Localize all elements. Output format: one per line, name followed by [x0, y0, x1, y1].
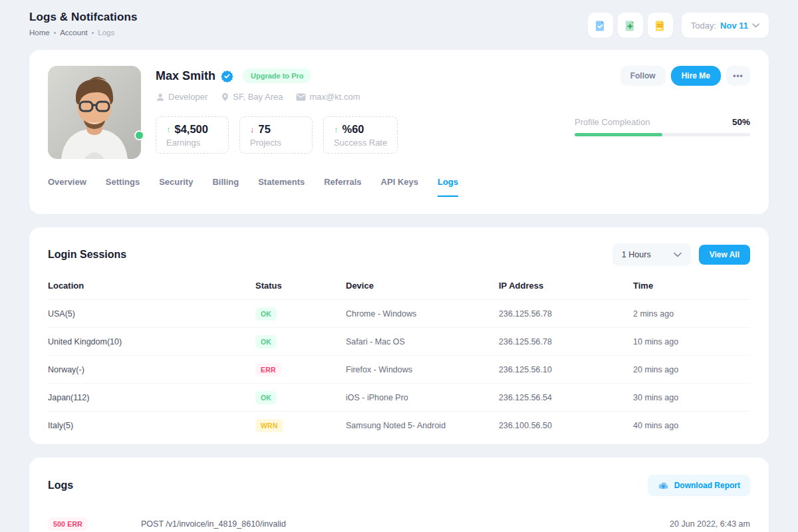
profile-meta: Developer SF, Bay Area max@kt.com — [156, 92, 398, 102]
cloud-download-icon — [658, 481, 669, 490]
logs-title: Logs — [48, 479, 73, 491]
profile-card: Max Smith Upgrade to Pro Developer SF, B… — [29, 50, 769, 214]
profile-tabs: Overview Settings Security Billing State… — [48, 177, 750, 197]
session-time: 40 mins ago — [633, 421, 750, 430]
tab-referrals[interactable]: Referrals — [324, 177, 361, 197]
date-selector[interactable]: Today: Nov 11 — [682, 13, 769, 38]
tab-billing[interactable]: Billing — [212, 177, 239, 197]
file-add-icon — [624, 19, 636, 32]
session-ip: 236.125.56.10 — [499, 365, 633, 374]
stat-box: ↓75 Projects — [239, 116, 313, 154]
col-status: Status — [255, 281, 346, 291]
sessions-table-header: Location Status Device IP Address Time — [48, 281, 750, 300]
completion-label: Profile Compleation — [575, 117, 650, 127]
profile-name: Max Smith — [156, 69, 215, 83]
stat-label: Success Rate — [334, 138, 387, 148]
session-location: USA(5) — [48, 309, 255, 319]
view-all-button[interactable]: View All — [699, 245, 750, 265]
session-row: Norway(-) ERR Firefox - Windows 236.125.… — [48, 356, 750, 384]
session-status: ERR — [255, 363, 346, 376]
session-device: Firefox - Windows — [346, 365, 499, 374]
session-time: 10 mins ago — [633, 337, 750, 346]
location-pin-icon — [221, 92, 229, 102]
session-row: Italy(5) WRN Samsung Noted 5- Android 23… — [48, 412, 750, 440]
topbar-left: Logs & Notifcations Home• Account• Logs — [29, 11, 137, 37]
session-status: OK — [255, 307, 346, 321]
hours-filter-select[interactable]: 1 Hours — [612, 243, 691, 266]
stat-box: ↑$4,500 Earnings — [156, 116, 229, 154]
download-report-label: Download Report — [674, 481, 740, 490]
status-badge: WRN — [255, 419, 283, 432]
profile-info: Max Smith Upgrade to Pro Developer SF, B… — [156, 66, 398, 159]
file-add-button[interactable] — [618, 13, 643, 38]
follow-button[interactable]: Follow — [620, 66, 666, 86]
sessions-title: Login Sessions — [48, 249, 126, 261]
breadcrumb-home[interactable]: Home — [29, 29, 50, 37]
stat-label: Earnings — [166, 138, 218, 148]
chevron-down-icon — [752, 23, 759, 28]
session-status: OK — [255, 335, 346, 348]
hire-me-button[interactable]: Hire Me — [671, 66, 721, 86]
login-sessions-card: Login Sessions 1 Hours View All Location… — [29, 227, 769, 444]
session-location: United Kingdom(10) — [48, 337, 255, 346]
status-badge: OK — [255, 391, 277, 404]
log-row: 500 ERR POST /v1/invoice/in_4819_8610/in… — [48, 517, 750, 531]
breadcrumb-logs: Logs — [98, 29, 114, 37]
date-value: Nov 11 — [720, 21, 748, 31]
tab-statements[interactable]: Statements — [258, 177, 305, 197]
logs-card: Logs Download Report 500 ERR POST /v1/in… — [29, 458, 769, 532]
download-report-button[interactable]: Download Report — [648, 475, 750, 496]
status-badge: ERR — [255, 363, 281, 376]
upgrade-pro-badge[interactable]: Upgrade to Pro — [243, 68, 311, 83]
session-time: 30 mins ago — [633, 393, 750, 402]
file-lines-button[interactable] — [648, 13, 673, 38]
tab-logs[interactable]: Logs — [438, 177, 458, 197]
session-time: 20 mins ago — [633, 365, 750, 374]
session-device: Samsung Noted 5- Android — [346, 421, 499, 430]
session-row: Japan(112) OK iOS - iPhone Pro 236.125.5… — [48, 384, 750, 412]
status-badge: OK — [255, 335, 277, 348]
stat-value: %60 — [342, 123, 364, 136]
session-device: iOS - iPhone Pro — [346, 393, 499, 402]
trend-arrow-icon: ↑ — [166, 124, 171, 134]
hours-filter-value: 1 Hours — [622, 250, 651, 259]
file-check-button[interactable] — [588, 13, 613, 38]
file-lines-icon — [654, 19, 666, 32]
breadcrumb: Home• Account• Logs — [29, 29, 137, 37]
log-request: POST /v1/invoice/in_4819_8610/invalid — [141, 519, 670, 529]
session-ip: 236.125.56.78 — [499, 337, 633, 346]
breadcrumb-account[interactable]: Account — [60, 29, 88, 37]
profile-stats: ↑$4,500 Earnings ↓75 Projects ↑%60 Succe… — [156, 116, 398, 154]
user-icon — [156, 92, 165, 102]
col-time: Time — [633, 281, 750, 291]
session-status: OK — [255, 391, 346, 404]
session-row: United Kingdom(10) OK Safari - Mac OS 23… — [48, 328, 750, 356]
more-options-button[interactable]: ••• — [726, 66, 750, 86]
log-time: 20 Jun 2022, 6:43 am — [670, 519, 750, 529]
completion-percent: 50% — [732, 117, 750, 127]
tab-security[interactable]: Security — [159, 177, 193, 197]
session-time: 2 mins ago — [633, 309, 750, 319]
meta-location: SF, Bay Area — [221, 92, 283, 102]
logs-list: 500 ERR POST /v1/invoice/in_4819_8610/in… — [48, 517, 750, 531]
meta-role: Developer — [156, 92, 207, 102]
online-status-dot — [134, 130, 144, 140]
meta-email: max@kt.com — [296, 92, 360, 102]
session-status: WRN — [255, 419, 346, 432]
breadcrumb-dot: • — [54, 29, 57, 37]
log-status-badge: 500 ERR — [48, 517, 88, 531]
tab-overview[interactable]: Overview — [48, 177, 86, 197]
topbar-actions: Today: Nov 11 — [588, 13, 769, 38]
chevron-down-icon — [674, 252, 682, 257]
date-label: Today: — [691, 21, 716, 31]
meta-email-text: max@kt.com — [309, 92, 360, 102]
meta-role-text: Developer — [168, 92, 207, 102]
tab-settings[interactable]: Settings — [106, 177, 140, 197]
session-device: Safari - Mac OS — [346, 337, 499, 346]
session-ip: 236.125.56.54 — [499, 393, 633, 402]
col-device: Device — [346, 281, 499, 291]
tab-api-keys[interactable]: API Keys — [381, 177, 418, 197]
ellipsis-icon: ••• — [733, 71, 743, 80]
session-ip: 236.100.56.50 — [499, 421, 633, 430]
col-location: Location — [48, 281, 255, 291]
